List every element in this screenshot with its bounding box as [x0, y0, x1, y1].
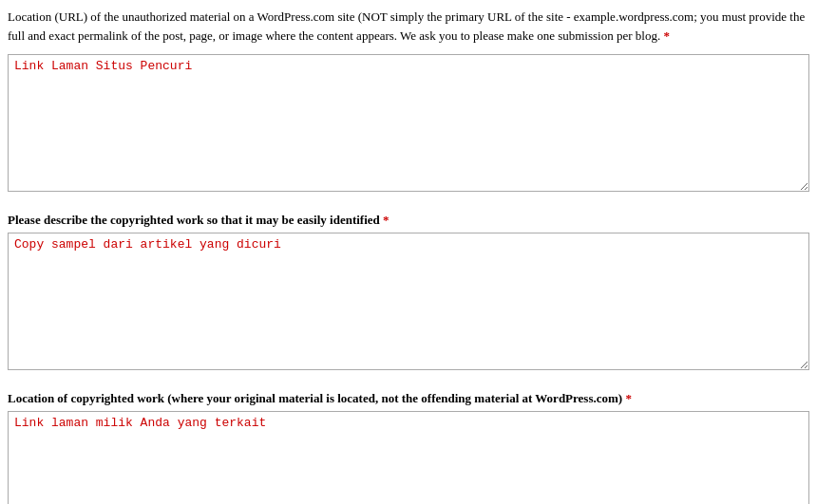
- location-url-description-text: Location (URL) of the unauthorized mater…: [8, 9, 805, 43]
- location-url-description: Location (URL) of the unauthorized mater…: [8, 8, 809, 45]
- describe-work-label: Please describe the copyrighted work so …: [8, 213, 809, 228]
- location-url-required-star: *: [660, 28, 670, 43]
- location-original-label: Location of copyrighted work (where your…: [8, 391, 809, 406]
- describe-work-section: Please describe the copyrighted work so …: [8, 213, 809, 374]
- location-original-textarea[interactable]: Link laman milik Anda yang terkait: [8, 411, 809, 504]
- location-original-label-text: Location of copyrighted work (where your…: [8, 391, 622, 405]
- describe-work-required-star: *: [380, 213, 390, 227]
- location-original-section: Location of copyrighted work (where your…: [8, 391, 809, 504]
- describe-work-textarea[interactable]: Copy sampel dari artikel yang dicuri: [8, 233, 809, 370]
- describe-work-label-text: Please describe the copyrighted work so …: [8, 213, 380, 227]
- location-original-required-star: *: [622, 391, 632, 405]
- location-url-section: Location (URL) of the unauthorized mater…: [8, 8, 809, 196]
- location-url-textarea[interactable]: Link Laman Situs Pencuri: [8, 54, 809, 192]
